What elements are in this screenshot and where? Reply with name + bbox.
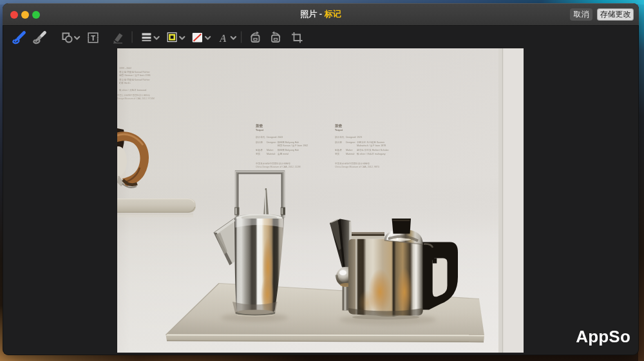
- svg-text:A: A: [219, 33, 227, 44]
- svg-text:China Design Museum of CAA, 20: China Design Museum of CAA, 2012, 112M: [256, 166, 300, 168]
- svg-text:Maker:: Maker:: [267, 149, 274, 151]
- svg-text:茶壶: 茶壶: [255, 124, 263, 128]
- svg-text:德国 German / 生于 born 1936: 德国 German / 生于 born 1936: [119, 73, 151, 77]
- svg-text:Designer:: Designer:: [346, 141, 355, 144]
- svg-text:唐让德·理查德 Konrad Richter: 唐让德·理查德 Konrad Richter: [119, 70, 151, 73]
- svg-text:Material:: Material:: [267, 153, 276, 155]
- svg-text:柳垧荣 Bokyung Hah: 柳垧荣 Bokyung Hah: [278, 141, 299, 144]
- svg-text:茶壶: 茶壶: [334, 124, 343, 128]
- svg-text:柳垧荣 Bokyung Hah: 柳垧荣 Bokyung Hah: [278, 148, 299, 151]
- svg-text:Teapot: Teapot: [256, 129, 264, 132]
- svg-text:1923: 1923: [357, 136, 362, 139]
- svg-text:银 silver / 黄杨木 boxwood: 银 silver / 黄杨木 boxwood: [118, 88, 146, 92]
- svg-text:Designed:: Designed:: [346, 136, 356, 139]
- svg-text:中国美术学院中国国际设计博物馆: 中国美术学院中国国际设计博物馆: [256, 162, 290, 165]
- svg-text:材质: 材质: [335, 153, 340, 155]
- svg-text:韩国 Korean / 生于 born 1962: 韩国 Korean / 生于 born 1962: [277, 144, 308, 147]
- svg-text:Maker:: Maker:: [346, 149, 353, 151]
- svg-text:Teapot: Teapot: [335, 129, 343, 132]
- svg-text:柏林 Berlin: 柏林 Berlin: [118, 82, 130, 84]
- svg-text:1999 - 2002: 1999 - 2002: [119, 67, 131, 70]
- svg-text:中国美术学院中国国际设计博物馆: 中国美术学院中国国际设计博物馆: [335, 162, 370, 165]
- svg-text:设计年代: 设计年代: [256, 135, 265, 139]
- svg-text:设计师: 设计师: [256, 141, 263, 144]
- svg-text:金属 metal: 金属 metal: [278, 153, 289, 155]
- svg-text:Material:: Material:: [346, 153, 355, 155]
- svg-text:制造者: 制造者: [256, 149, 263, 151]
- svg-text:卡西米尔·马利维奇 Kasimir: 卡西米尔·马利维奇 Kasimir: [357, 141, 385, 144]
- svg-text:Designed:: Designed:: [267, 136, 277, 139]
- svg-text:设计年代: 设计年代: [335, 135, 345, 139]
- svg-text:Malewitsch / 生于 born 1878: Malewitsch / 生于 born 1878: [357, 144, 386, 147]
- svg-text:唐让德·理查德 Konrad Richter: 唐让德·理查德 Konrad Richter: [119, 78, 151, 81]
- svg-text:银 silver / 乌檀木 mahogany: 银 silver / 乌檀木 mahogany: [356, 152, 386, 155]
- svg-text:赫伯特·舒尔策 Herbert Schulze: 赫伯特·舒尔策 Herbert Schulze: [357, 149, 389, 151]
- svg-text:China Design Museum of CAA, 20: China Design Museum of CAA, 2012, 9874: [335, 166, 379, 168]
- svg-text:制造者: 制造者: [335, 149, 342, 151]
- svg-text:Designer:: Designer:: [267, 141, 276, 144]
- svg-text:T: T: [91, 34, 95, 42]
- svg-text:2003: 2003: [278, 136, 283, 139]
- svg-text:中国美术学院中国国际设计博物馆: 中国美术学院中国国际设计博物馆: [117, 93, 150, 97]
- svg-text:设计师: 设计师: [335, 141, 342, 144]
- svg-text:Design Museum of CAA, 2012, 97: Design Museum of CAA, 2012, 9716M: [117, 97, 155, 100]
- svg-text:材质: 材质: [256, 153, 261, 155]
